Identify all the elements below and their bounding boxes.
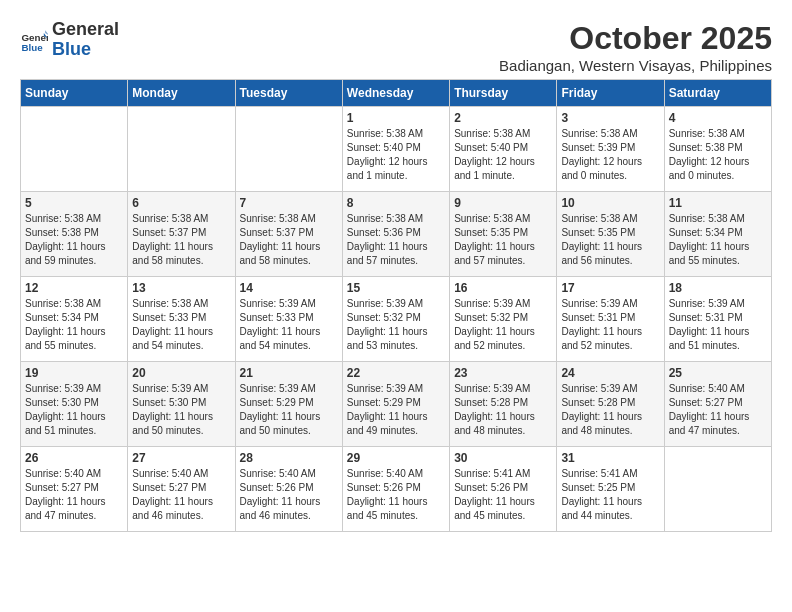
day-info: Sunrise: 5:38 AM Sunset: 5:36 PM Dayligh… xyxy=(347,212,445,268)
weekday-header-thursday: Thursday xyxy=(450,80,557,107)
day-info: Sunrise: 5:39 AM Sunset: 5:31 PM Dayligh… xyxy=(561,297,659,353)
calendar-cell: 4Sunrise: 5:38 AM Sunset: 5:38 PM Daylig… xyxy=(664,107,771,192)
calendar-week-row: 12Sunrise: 5:38 AM Sunset: 5:34 PM Dayli… xyxy=(21,277,772,362)
day-info: Sunrise: 5:38 AM Sunset: 5:40 PM Dayligh… xyxy=(454,127,552,183)
title-section: October 2025 Badiangan, Western Visayas,… xyxy=(499,20,772,74)
day-number: 10 xyxy=(561,196,659,210)
day-number: 2 xyxy=(454,111,552,125)
day-info: Sunrise: 5:38 AM Sunset: 5:38 PM Dayligh… xyxy=(669,127,767,183)
day-info: Sunrise: 5:38 AM Sunset: 5:35 PM Dayligh… xyxy=(454,212,552,268)
calendar-cell: 10Sunrise: 5:38 AM Sunset: 5:35 PM Dayli… xyxy=(557,192,664,277)
day-info: Sunrise: 5:39 AM Sunset: 5:30 PM Dayligh… xyxy=(25,382,123,438)
calendar-cell: 13Sunrise: 5:38 AM Sunset: 5:33 PM Dayli… xyxy=(128,277,235,362)
day-info: Sunrise: 5:38 AM Sunset: 5:39 PM Dayligh… xyxy=(561,127,659,183)
day-number: 28 xyxy=(240,451,338,465)
day-number: 21 xyxy=(240,366,338,380)
calendar-cell: 2Sunrise: 5:38 AM Sunset: 5:40 PM Daylig… xyxy=(450,107,557,192)
weekday-header-saturday: Saturday xyxy=(664,80,771,107)
day-number: 12 xyxy=(25,281,123,295)
day-info: Sunrise: 5:39 AM Sunset: 5:28 PM Dayligh… xyxy=(561,382,659,438)
calendar-cell: 20Sunrise: 5:39 AM Sunset: 5:30 PM Dayli… xyxy=(128,362,235,447)
day-info: Sunrise: 5:38 AM Sunset: 5:40 PM Dayligh… xyxy=(347,127,445,183)
logo-general-text: General xyxy=(52,20,119,40)
calendar-cell: 31Sunrise: 5:41 AM Sunset: 5:25 PM Dayli… xyxy=(557,447,664,532)
calendar-table: SundayMondayTuesdayWednesdayThursdayFrid… xyxy=(20,79,772,532)
day-number: 17 xyxy=(561,281,659,295)
day-info: Sunrise: 5:38 AM Sunset: 5:33 PM Dayligh… xyxy=(132,297,230,353)
logo-blue-text: Blue xyxy=(52,40,119,60)
calendar-cell xyxy=(128,107,235,192)
day-number: 31 xyxy=(561,451,659,465)
weekday-header-friday: Friday xyxy=(557,80,664,107)
day-number: 23 xyxy=(454,366,552,380)
calendar-week-row: 5Sunrise: 5:38 AM Sunset: 5:38 PM Daylig… xyxy=(21,192,772,277)
calendar-week-row: 26Sunrise: 5:40 AM Sunset: 5:27 PM Dayli… xyxy=(21,447,772,532)
calendar-cell: 18Sunrise: 5:39 AM Sunset: 5:31 PM Dayli… xyxy=(664,277,771,362)
day-info: Sunrise: 5:38 AM Sunset: 5:35 PM Dayligh… xyxy=(561,212,659,268)
day-info: Sunrise: 5:40 AM Sunset: 5:26 PM Dayligh… xyxy=(347,467,445,523)
logo: General Blue General Blue xyxy=(20,20,119,60)
calendar-cell: 7Sunrise: 5:38 AM Sunset: 5:37 PM Daylig… xyxy=(235,192,342,277)
calendar-cell: 25Sunrise: 5:40 AM Sunset: 5:27 PM Dayli… xyxy=(664,362,771,447)
calendar-week-row: 19Sunrise: 5:39 AM Sunset: 5:30 PM Dayli… xyxy=(21,362,772,447)
day-info: Sunrise: 5:39 AM Sunset: 5:29 PM Dayligh… xyxy=(240,382,338,438)
day-number: 29 xyxy=(347,451,445,465)
calendar-cell: 26Sunrise: 5:40 AM Sunset: 5:27 PM Dayli… xyxy=(21,447,128,532)
day-number: 4 xyxy=(669,111,767,125)
calendar-cell: 29Sunrise: 5:40 AM Sunset: 5:26 PM Dayli… xyxy=(342,447,449,532)
day-number: 16 xyxy=(454,281,552,295)
day-number: 24 xyxy=(561,366,659,380)
calendar-cell: 12Sunrise: 5:38 AM Sunset: 5:34 PM Dayli… xyxy=(21,277,128,362)
day-number: 7 xyxy=(240,196,338,210)
calendar-week-row: 1Sunrise: 5:38 AM Sunset: 5:40 PM Daylig… xyxy=(21,107,772,192)
day-number: 22 xyxy=(347,366,445,380)
calendar-cell: 24Sunrise: 5:39 AM Sunset: 5:28 PM Dayli… xyxy=(557,362,664,447)
day-info: Sunrise: 5:41 AM Sunset: 5:25 PM Dayligh… xyxy=(561,467,659,523)
calendar-cell xyxy=(664,447,771,532)
calendar-cell: 3Sunrise: 5:38 AM Sunset: 5:39 PM Daylig… xyxy=(557,107,664,192)
month-title: October 2025 xyxy=(499,20,772,57)
day-info: Sunrise: 5:40 AM Sunset: 5:27 PM Dayligh… xyxy=(25,467,123,523)
calendar-cell: 27Sunrise: 5:40 AM Sunset: 5:27 PM Dayli… xyxy=(128,447,235,532)
day-number: 13 xyxy=(132,281,230,295)
day-info: Sunrise: 5:39 AM Sunset: 5:32 PM Dayligh… xyxy=(347,297,445,353)
svg-text:Blue: Blue xyxy=(21,42,43,53)
day-info: Sunrise: 5:39 AM Sunset: 5:33 PM Dayligh… xyxy=(240,297,338,353)
calendar-cell: 11Sunrise: 5:38 AM Sunset: 5:34 PM Dayli… xyxy=(664,192,771,277)
day-info: Sunrise: 5:41 AM Sunset: 5:26 PM Dayligh… xyxy=(454,467,552,523)
weekday-header-sunday: Sunday xyxy=(21,80,128,107)
calendar-cell xyxy=(235,107,342,192)
day-number: 8 xyxy=(347,196,445,210)
calendar-cell: 9Sunrise: 5:38 AM Sunset: 5:35 PM Daylig… xyxy=(450,192,557,277)
day-number: 30 xyxy=(454,451,552,465)
weekday-header-row: SundayMondayTuesdayWednesdayThursdayFrid… xyxy=(21,80,772,107)
day-number: 25 xyxy=(669,366,767,380)
day-info: Sunrise: 5:40 AM Sunset: 5:27 PM Dayligh… xyxy=(669,382,767,438)
day-number: 26 xyxy=(25,451,123,465)
day-number: 1 xyxy=(347,111,445,125)
day-number: 27 xyxy=(132,451,230,465)
day-info: Sunrise: 5:38 AM Sunset: 5:38 PM Dayligh… xyxy=(25,212,123,268)
day-number: 11 xyxy=(669,196,767,210)
day-number: 20 xyxy=(132,366,230,380)
day-info: Sunrise: 5:39 AM Sunset: 5:28 PM Dayligh… xyxy=(454,382,552,438)
calendar-cell xyxy=(21,107,128,192)
day-info: Sunrise: 5:39 AM Sunset: 5:30 PM Dayligh… xyxy=(132,382,230,438)
calendar-cell: 8Sunrise: 5:38 AM Sunset: 5:36 PM Daylig… xyxy=(342,192,449,277)
day-number: 19 xyxy=(25,366,123,380)
page-header: General Blue General Blue October 2025 B… xyxy=(20,20,772,74)
weekday-header-monday: Monday xyxy=(128,80,235,107)
day-info: Sunrise: 5:40 AM Sunset: 5:26 PM Dayligh… xyxy=(240,467,338,523)
calendar-cell: 15Sunrise: 5:39 AM Sunset: 5:32 PM Dayli… xyxy=(342,277,449,362)
day-info: Sunrise: 5:38 AM Sunset: 5:34 PM Dayligh… xyxy=(669,212,767,268)
day-number: 6 xyxy=(132,196,230,210)
day-info: Sunrise: 5:39 AM Sunset: 5:29 PM Dayligh… xyxy=(347,382,445,438)
calendar-cell: 23Sunrise: 5:39 AM Sunset: 5:28 PM Dayli… xyxy=(450,362,557,447)
day-number: 14 xyxy=(240,281,338,295)
calendar-cell: 14Sunrise: 5:39 AM Sunset: 5:33 PM Dayli… xyxy=(235,277,342,362)
calendar-cell: 22Sunrise: 5:39 AM Sunset: 5:29 PM Dayli… xyxy=(342,362,449,447)
weekday-header-wednesday: Wednesday xyxy=(342,80,449,107)
day-info: Sunrise: 5:38 AM Sunset: 5:34 PM Dayligh… xyxy=(25,297,123,353)
calendar-cell: 19Sunrise: 5:39 AM Sunset: 5:30 PM Dayli… xyxy=(21,362,128,447)
day-number: 3 xyxy=(561,111,659,125)
